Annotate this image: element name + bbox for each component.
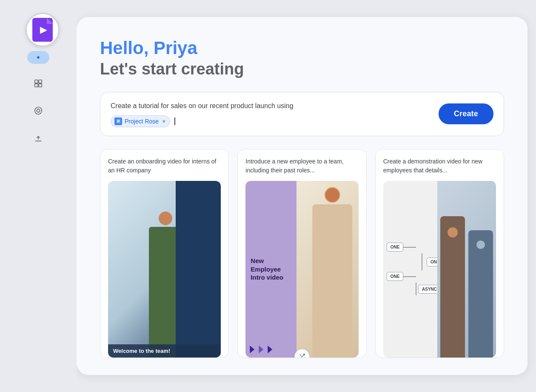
tag-row: Project Rose × [111, 115, 432, 127]
card2-image-container: New Employee Intro video [245, 181, 358, 358]
app-logo-icon: ▶ [32, 18, 53, 42]
card1-overlay-text: Welcome to the team! [108, 344, 221, 358]
greeting-subtitle: Let's start creating [100, 60, 504, 79]
card3-image-container: ONE ON ONE [383, 181, 496, 358]
logo-circle: ▶ [26, 13, 60, 47]
sidebar-item-upload[interactable] [31, 130, 46, 146]
suggestion-image-3: ONE ON ONE [383, 181, 496, 358]
greeting-hello: Hello, Priya [100, 38, 504, 58]
input-cursor [174, 117, 175, 125]
input-left: Create a tutorial for sales on our recen… [111, 101, 432, 127]
screen: ▶ ✦ [0, 0, 536, 392]
chevron-2 [259, 346, 266, 353]
suggestion-text-1: Create an onboarding video for interns o… [108, 157, 221, 176]
suggestion-card-2[interactable]: Introduce a new employee to a team, incl… [237, 149, 366, 358]
suggestions-section: Create an onboarding video for interns o… [100, 149, 504, 358]
svg-rect-2 [35, 84, 38, 87]
sidebar: ▶ ✦ [0, 0, 77, 392]
sidebar-item-record[interactable] [31, 103, 46, 118]
card2-right-panel [297, 181, 359, 358]
play-icon: ▶ [40, 24, 47, 35]
chevron-1 [250, 346, 257, 353]
create-button-main[interactable]: Create [439, 103, 493, 124]
svg-rect-8 [117, 121, 120, 121]
main-card: Hello, Priya Let's start creating Create… [77, 17, 527, 375]
star-icon: ✦ [36, 54, 41, 61]
tag-project-rose[interactable]: Project Rose × [111, 115, 170, 127]
suggestion-image-1: Welcome to the team! [108, 181, 221, 358]
svg-rect-1 [39, 80, 42, 83]
greeting-section: Hello, Priya Let's start creating [100, 38, 504, 79]
card1-image: Welcome to the team! [108, 181, 221, 358]
chevron-3 [268, 346, 275, 353]
svg-rect-0 [35, 80, 38, 83]
card2-chevrons [250, 346, 275, 353]
greeting-name: Priya [154, 38, 197, 58]
greeting-hello-text: Hello, [100, 38, 154, 58]
card2-intro-text: New Employee Intro video [251, 257, 291, 282]
card2-left-panel: New Employee Intro video [245, 181, 296, 358]
input-prompt-text[interactable]: Create a tutorial for sales on our recen… [111, 101, 432, 111]
input-area: Create a tutorial for sales on our recen… [100, 92, 504, 136]
suggestion-image-2: New Employee Intro video [245, 181, 358, 358]
diagram-box-one-2: ONE [387, 272, 404, 281]
svg-point-5 [37, 109, 40, 112]
suggestion-text-2: Introduce a new employee to a team, incl… [245, 157, 358, 176]
tag-label: Project Rose [125, 118, 159, 125]
tag-close-icon[interactable]: × [162, 118, 165, 125]
sidebar-nav: ✦ [27, 51, 49, 146]
svg-point-4 [35, 107, 42, 114]
svg-rect-3 [39, 84, 42, 87]
create-button[interactable]: ✦ [27, 51, 49, 64]
sidebar-item-templates[interactable] [31, 76, 46, 91]
svg-rect-9 [117, 122, 119, 122]
suggestion-card-3[interactable]: Create a demonstration video for new emp… [375, 149, 504, 358]
diagram-box-one-1: ONE [387, 243, 404, 252]
tag-doc-icon [114, 117, 122, 125]
suggestion-card-1[interactable]: Create an onboarding video for interns o… [100, 149, 229, 358]
suggestion-text-3: Create a demonstration video for new emp… [383, 157, 496, 176]
svg-rect-7 [117, 120, 120, 120]
